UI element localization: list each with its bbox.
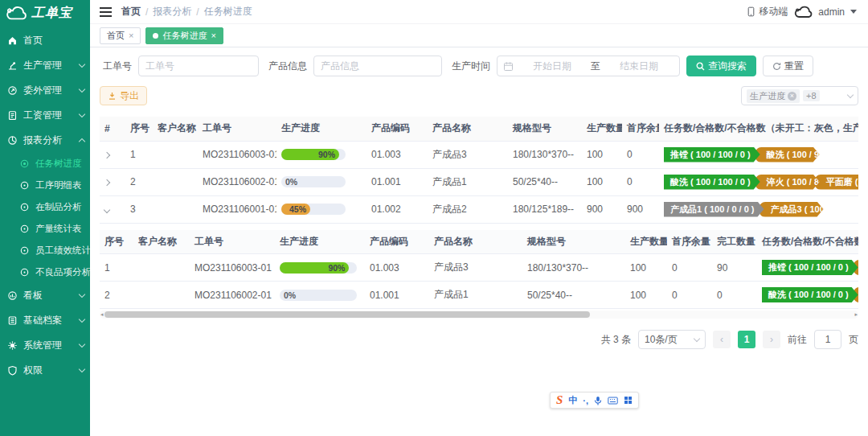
breadcrumb-home[interactable]: 首页 <box>121 5 141 19</box>
process-tag: 酸洗 ( 100 / 100 / 0 ) <box>664 175 760 190</box>
home-icon <box>7 35 18 46</box>
close-circle-icon[interactable]: × <box>788 92 796 101</box>
main-area: 首页 / 报表分析 / 任务树进度 移动端 admin <box>90 0 868 436</box>
process-tag: 推镗 ( 100 / 100 / 0 ) <box>762 260 858 275</box>
breadcrumb: 首页 / 报表分析 / 任务树进度 <box>121 5 252 19</box>
user-menu[interactable]: admin <box>793 5 857 19</box>
circle-icon <box>19 158 30 169</box>
order-no: MO231106002-01 <box>198 168 276 195</box>
app-logo[interactable]: 工单宝 <box>0 0 90 28</box>
table-row: 2 MO231106002-01 0% 01.001 产成品1 50/25*40… <box>100 168 858 195</box>
process-tag: 酸洗 ( 100 / 90 / 0 ) <box>755 147 820 162</box>
date-range-picker[interactable]: 开始日期 至 结束日期 <box>497 56 680 76</box>
chevron-up-icon <box>79 138 85 145</box>
close-icon[interactable]: × <box>129 31 133 40</box>
chinese-mode-icon[interactable]: 中 <box>568 394 577 406</box>
goto-label: 前往 <box>788 333 807 347</box>
tab-home[interactable]: 首页 × <box>100 27 141 44</box>
mobile-link[interactable]: 移动端 <box>746 5 788 19</box>
table-header-row: # 序号 客户名称 工单号 生产进度 产品编码 产品名称 规格型号 生产数量 首… <box>100 117 858 141</box>
next-page-button[interactable]: › <box>763 331 780 348</box>
collapse-row-icon[interactable] <box>104 207 110 213</box>
sogou-logo-icon[interactable]: S <box>556 393 563 407</box>
toolbox-icon[interactable] <box>624 396 633 405</box>
reset-button[interactable]: 重置 <box>763 56 813 76</box>
prev-page-button[interactable]: ‹ <box>713 331 731 348</box>
sidebar-item-salary[interactable]: 工资管理 <box>0 103 90 128</box>
progress-bar: 0% <box>281 176 346 187</box>
expand-row-icon[interactable] <box>104 152 110 158</box>
tab-task-tree-progress[interactable]: 任务树进度 × <box>145 27 223 44</box>
progress-bar: 90% <box>280 262 357 274</box>
circle-icon <box>19 180 30 191</box>
keyboard-icon[interactable] <box>608 397 618 405</box>
search-form: 工单号 产品信息 生产时间 开始日期 至 结束日期 查询搜索 重置 <box>100 56 858 76</box>
search-button[interactable]: 查询搜索 <box>686 56 756 76</box>
process-tag: 产成品1 ( 100 / 0 / 0 ) <box>664 202 764 217</box>
report-chart-icon <box>7 135 18 146</box>
document-icon <box>7 110 18 121</box>
process-tag: 平面磨 ( 100 / 70 / 0 ) <box>815 175 858 190</box>
sidebar-item-home[interactable]: 首页 <box>0 28 90 53</box>
download-icon <box>108 92 117 101</box>
h-scrollbar-thumb[interactable] <box>104 311 590 318</box>
col-expand: # <box>100 117 125 141</box>
process-tags: 酸洗 ( 100 / 100 / 0 )淬火 ( 100 / 80 / 0 ) <box>762 287 854 302</box>
sidebar-item-process-detail[interactable]: 工序明细表 <box>0 175 90 196</box>
archive-icon <box>7 315 18 326</box>
circle-icon <box>19 202 30 212</box>
goto-unit: 页 <box>849 333 858 347</box>
chevron-down-icon <box>79 316 85 323</box>
sidebar-item-wip-analysis[interactable]: 在制品分析 <box>0 196 90 218</box>
shield-icon <box>7 365 18 376</box>
col-margin: 首序余量 <box>622 117 659 141</box>
range-separator: 至 <box>591 60 600 73</box>
sidebar-item-output-stats[interactable]: 产量统计表 <box>0 218 90 240</box>
sidebar-item-defect-analysis[interactable]: 不良品项分析 <box>0 261 90 283</box>
scroll-left-icon[interactable]: ◂ <box>100 312 104 317</box>
scroll-right-icon[interactable]: ▸ <box>854 312 858 317</box>
table-row: 2 MO231106002-01 0% 01.001 产成品1 50/25*40… <box>100 282 858 309</box>
col-order: 工单号 <box>198 117 276 141</box>
start-date-placeholder: 开始日期 <box>518 60 587 73</box>
sidebar-item-reports[interactable]: 报表分析 <box>0 128 90 153</box>
col-progress: 生产进度 <box>276 117 366 141</box>
horizontal-scrollbar[interactable]: ◂ ▸ <box>100 311 858 319</box>
table-header-row: 序号 客户名称 工单号 生产进度 产品编码 产品名称 规格型号 生产数量 首序余… <box>100 230 858 254</box>
sidebar-item-archives[interactable]: 基础档案 <box>0 308 90 333</box>
sidebar-item-board[interactable]: 看板 <box>0 283 90 308</box>
order-no-input[interactable] <box>138 56 259 76</box>
search-icon <box>696 62 705 71</box>
product-info-input[interactable] <box>313 56 442 76</box>
logo-text: 工单宝 <box>31 5 72 22</box>
sidebar-item-task-tree-progress[interactable]: 任务树进度 <box>0 153 90 175</box>
expand-row-icon[interactable] <box>104 179 110 186</box>
hamburger-icon[interactable] <box>98 6 113 19</box>
sidebar-item-permission[interactable]: 权限 <box>0 358 90 383</box>
process-tag: 产成品3 ( 100 / 90 / 0 ) <box>760 202 824 217</box>
close-icon[interactable]: × <box>211 31 215 40</box>
order-no-label: 工单号 <box>103 60 132 73</box>
mic-icon[interactable] <box>594 396 602 405</box>
goto-page-input[interactable] <box>814 330 841 349</box>
sidebar-item-production[interactable]: 生产管理 <box>0 53 90 78</box>
order-no: MO231106003-01 <box>190 254 275 282</box>
machine-arm-icon <box>7 60 18 71</box>
export-button[interactable]: 导出 <box>100 86 147 105</box>
breadcrumb-section[interactable]: 报表分析 <box>153 5 191 19</box>
page-number-current[interactable]: 1 <box>738 331 755 348</box>
progress-bar: 90% <box>281 149 346 160</box>
filter-tag-progress[interactable]: 生产进度 × <box>747 89 800 103</box>
chevron-down-icon <box>694 335 700 341</box>
col-name: 产品名称 <box>428 117 508 141</box>
col-seq: 序号 <box>125 117 153 141</box>
col-spec: 规格型号 <box>508 117 582 141</box>
sidebar-item-system[interactable]: 系统管理 <box>0 333 90 358</box>
gear-icon <box>7 340 18 351</box>
page-size-select[interactable]: 10条/页 <box>638 330 706 349</box>
punctuation-icon[interactable]: ·, <box>583 396 588 405</box>
column-filter-select[interactable]: 生产进度 × +8 <box>741 86 858 105</box>
sidebar-item-performance-stats[interactable]: 员工绩效统计 <box>0 240 90 261</box>
sidebar-item-outsourcing[interactable]: 委外管理 <box>0 78 90 103</box>
chevron-down-icon <box>79 61 85 68</box>
